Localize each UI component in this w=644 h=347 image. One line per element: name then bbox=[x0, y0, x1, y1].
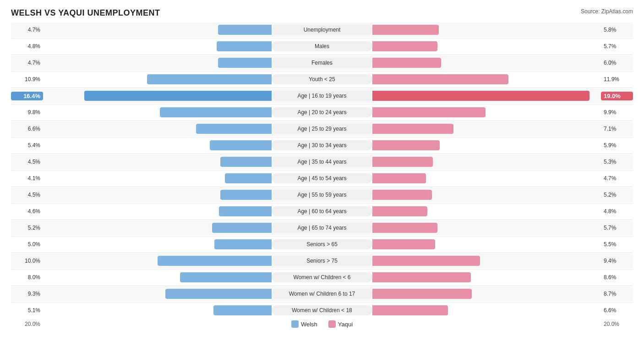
bar-left bbox=[217, 41, 272, 51]
val-right: 4.8% bbox=[601, 208, 633, 215]
bar-right-wrap bbox=[372, 74, 601, 84]
val-right: 5.3% bbox=[601, 159, 633, 165]
bar-row: 5.0% Seniors > 65 5.5% bbox=[11, 237, 633, 252]
val-right: 5.2% bbox=[601, 192, 633, 198]
label-center: Age | 35 to 44 years bbox=[272, 157, 372, 167]
bar-right bbox=[372, 289, 472, 299]
bar-right bbox=[372, 107, 486, 117]
bar-left bbox=[147, 74, 272, 84]
yaqui-legend-label: Yaqui bbox=[338, 321, 353, 328]
val-right: 5.9% bbox=[601, 142, 633, 149]
bar-left-wrap bbox=[43, 107, 272, 117]
bar-row: 6.6% Age | 25 to 29 years 7.1% bbox=[11, 121, 633, 136]
val-left: 8.0% bbox=[11, 274, 43, 281]
bar-right bbox=[372, 157, 433, 167]
row-divider bbox=[11, 88, 633, 88]
bar-row: 4.5% Age | 35 to 44 years 5.3% bbox=[11, 154, 633, 169]
welsh-legend-label: Welsh bbox=[301, 321, 317, 328]
row-divider bbox=[11, 55, 633, 55]
bar-left-wrap bbox=[43, 58, 272, 68]
val-left: 4.7% bbox=[11, 60, 43, 66]
bar-left-wrap bbox=[43, 272, 272, 282]
label-center: Youth < 25 bbox=[272, 74, 372, 84]
legend-yaqui: Yaqui bbox=[328, 320, 353, 328]
bar-row: 10.0% Seniors > 75 9.4% bbox=[11, 253, 633, 268]
chart-area: 4.7% Unemployment 5.8% 4.8% Males 5.7% 4… bbox=[11, 22, 633, 318]
bar-left bbox=[160, 107, 272, 117]
bar-left-wrap bbox=[43, 140, 272, 150]
bar-left bbox=[210, 140, 272, 150]
bar-right-wrap bbox=[372, 157, 601, 167]
bar-row: 9.3% Women w/ Children 6 to 17 8.7% bbox=[11, 286, 633, 301]
row-divider bbox=[11, 71, 633, 72]
bar-right bbox=[372, 74, 508, 84]
bar-right-wrap bbox=[372, 206, 601, 216]
row-divider bbox=[11, 269, 633, 270]
label-center: Seniors > 75 bbox=[272, 256, 372, 266]
label-center: Women w/ Children 6 to 17 bbox=[272, 289, 372, 299]
val-right: 5.8% bbox=[601, 27, 633, 33]
bar-right-wrap bbox=[372, 58, 601, 68]
bar-left bbox=[158, 256, 272, 266]
bar-left-wrap bbox=[43, 305, 272, 315]
row-divider bbox=[11, 121, 633, 121]
bar-right-wrap bbox=[372, 190, 601, 200]
row-divider bbox=[11, 203, 633, 204]
bar-row: 4.1% Age | 45 to 54 years 4.7% bbox=[11, 171, 633, 186]
bar-row: 5.4% Age | 30 to 34 years 5.9% bbox=[11, 138, 633, 153]
chart-source: Source: ZipAtlas.com bbox=[581, 8, 633, 15]
row-divider bbox=[11, 187, 633, 187]
bar-right bbox=[372, 239, 435, 249]
bar-left bbox=[165, 289, 272, 299]
bar-left bbox=[220, 157, 272, 167]
val-left: 4.8% bbox=[11, 43, 43, 50]
axis-left-label: 20.0% bbox=[11, 321, 43, 327]
val-right: 8.7% bbox=[601, 291, 633, 297]
bar-left bbox=[212, 223, 272, 233]
bar-left-wrap bbox=[43, 206, 272, 216]
bar-right-wrap bbox=[372, 140, 601, 150]
chart-header: WELSH VS YAQUI UNEMPLOYMENT Source: ZipA… bbox=[11, 8, 633, 18]
val-right: 9.9% bbox=[601, 109, 633, 116]
val-right: 4.7% bbox=[601, 175, 633, 182]
label-center: Age | 55 to 59 years bbox=[272, 190, 372, 200]
label-center: Males bbox=[272, 41, 372, 51]
row-divider bbox=[11, 220, 633, 220]
label-center: Unemployment bbox=[272, 25, 372, 35]
bar-left bbox=[218, 58, 272, 68]
bar-right-wrap bbox=[372, 223, 601, 233]
bar-row: 16.4% Age | 16 to 19 years 19.0% bbox=[11, 88, 633, 103]
bar-left-wrap bbox=[43, 190, 272, 200]
legend-welsh: Welsh bbox=[291, 320, 317, 328]
bar-right bbox=[372, 58, 441, 68]
bar-right bbox=[372, 124, 453, 134]
val-left: 16.4% bbox=[11, 92, 43, 100]
bar-left-wrap bbox=[43, 91, 272, 101]
row-divider bbox=[11, 253, 633, 253]
bar-left-wrap bbox=[43, 157, 272, 167]
bar-left-wrap bbox=[43, 41, 272, 51]
val-right: 19.0% bbox=[601, 92, 633, 100]
bar-row: 4.5% Age | 55 to 59 years 5.2% bbox=[11, 187, 633, 202]
label-center: Age | 30 to 34 years bbox=[272, 140, 372, 150]
bar-right-wrap bbox=[372, 41, 601, 51]
bar-right bbox=[372, 223, 437, 233]
label-center: Age | 45 to 54 years bbox=[272, 173, 372, 183]
bar-row: 4.7% Unemployment 5.8% bbox=[11, 22, 633, 37]
val-right: 9.4% bbox=[601, 258, 633, 264]
bar-left-wrap bbox=[43, 256, 272, 266]
yaqui-legend-box bbox=[328, 320, 336, 328]
bar-left bbox=[220, 190, 272, 200]
bar-right-wrap bbox=[372, 256, 601, 266]
val-left: 9.8% bbox=[11, 109, 43, 116]
bar-right-wrap bbox=[372, 239, 601, 249]
val-left: 9.3% bbox=[11, 291, 43, 297]
bar-right bbox=[372, 140, 440, 150]
row-divider bbox=[11, 104, 633, 105]
val-left: 4.6% bbox=[11, 208, 43, 215]
val-right: 5.7% bbox=[601, 43, 633, 50]
bar-right bbox=[372, 41, 437, 51]
bar-left-wrap bbox=[43, 173, 272, 183]
label-center: Age | 65 to 74 years bbox=[272, 223, 372, 233]
label-center: Females bbox=[272, 58, 372, 68]
